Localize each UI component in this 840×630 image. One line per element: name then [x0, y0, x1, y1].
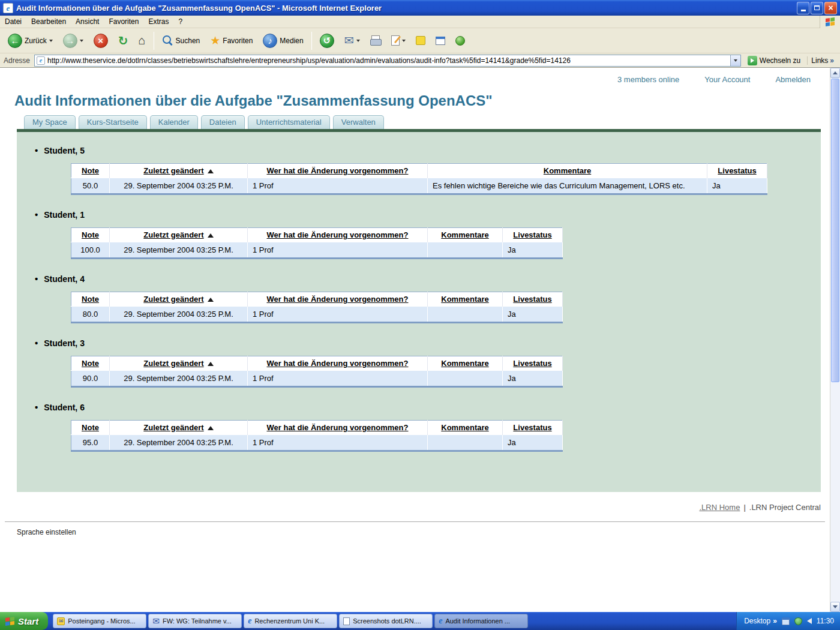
col-header-comment[interactable]: Kommentare	[428, 228, 503, 242]
search-button[interactable]: Suchen	[158, 30, 205, 52]
student-name-row: • Student, 4	[35, 274, 821, 284]
language-settings-link[interactable]: Sprache einstellen	[17, 528, 76, 536]
members-online-link[interactable]: 3 members online	[617, 75, 679, 84]
task-screenshots[interactable]: Screenshots dotLRN....	[339, 614, 433, 628]
col-header-who[interactable]: Wer hat die Änderung vorgenommen?	[248, 228, 428, 242]
col-header-who[interactable]: Wer hat die Änderung vorgenommen?	[248, 292, 428, 307]
address-input[interactable]: e http://www.theservice.de/dotlrn/classe…	[34, 55, 741, 67]
menu-datei[interactable]: Datei	[0, 16, 26, 27]
go-button[interactable]: Wechseln zu	[744, 56, 804, 65]
lrn-project-central-link[interactable]: .LRN Project Central	[749, 503, 821, 512]
menu-favoriten[interactable]: Favoriten	[104, 16, 143, 27]
links-toolbar[interactable]: Links »	[807, 56, 838, 65]
home-button[interactable]: ⌂	[134, 30, 149, 52]
col-header-changed[interactable]: Zuletzt geändert	[110, 356, 248, 371]
col-header-note[interactable]: Note	[71, 421, 110, 435]
sort-asc-icon	[208, 169, 214, 173]
logout-link[interactable]: Abmelden	[775, 75, 811, 84]
minimize-button[interactable]	[797, 2, 809, 14]
forward-icon: →	[63, 34, 77, 48]
mail-button[interactable]: ✉	[340, 30, 364, 52]
col-header-live[interactable]: Livestatus	[503, 421, 563, 435]
tab-dateien[interactable]: Dateien	[201, 115, 245, 129]
research-button[interactable]	[431, 30, 449, 52]
scroll-down-button[interactable]	[830, 602, 840, 612]
security-tray-icon[interactable]	[794, 617, 802, 625]
col-header-changed[interactable]: Zuletzt geändert	[110, 164, 248, 178]
media-icon: ♪	[263, 34, 277, 48]
col-header-live[interactable]: Livestatus	[503, 356, 563, 371]
col-header-note[interactable]: Note	[71, 292, 110, 307]
window-title: Audit Informationen über die Aufgabe "Zu…	[16, 4, 794, 13]
media-button[interactable]: ♪ Medien	[259, 30, 307, 52]
forward-button[interactable]: →	[59, 30, 88, 52]
network-tray-icon[interactable]	[782, 617, 790, 625]
col-header-comment[interactable]: Kommentare	[428, 292, 503, 307]
system-tray: Desktop » 11:30	[736, 612, 840, 630]
vertical-scrollbar[interactable]	[830, 68, 840, 612]
desktop-toolbar[interactable]: Desktop »	[744, 617, 777, 625]
discuss-button[interactable]	[412, 30, 430, 52]
student-name-row: • Student, 5	[35, 145, 821, 155]
volume-tray-icon[interactable]	[807, 618, 812, 624]
menu-ansicht[interactable]: Ansicht	[71, 16, 104, 27]
col-header-comment[interactable]: Kommentare	[428, 356, 503, 371]
search-icon	[162, 35, 173, 46]
scrollbar-thumb[interactable]	[831, 79, 839, 382]
close-button[interactable]: ×	[824, 2, 837, 14]
stop-button[interactable]: ×	[89, 30, 112, 52]
favorites-button[interactable]: ★ Favoriten	[206, 30, 257, 52]
tab-kurs-startseite[interactable]: Kurs-Startseite	[79, 115, 147, 129]
task-audit-informationen[interactable]: e Audit Informationen ...	[434, 614, 528, 628]
audit-table: Note Zuletzt geändert Wer hat die Änderu…	[71, 163, 767, 195]
col-header-live[interactable]: Livestatus	[503, 292, 563, 307]
menu-extras[interactable]: Extras	[143, 16, 173, 27]
research-icon	[436, 37, 445, 45]
col-header-note[interactable]: Note	[71, 164, 110, 178]
task-posteingang[interactable]: ✉ Posteingang - Micros...	[53, 614, 146, 628]
col-header-changed[interactable]: Zuletzt geändert	[110, 228, 248, 242]
tab-verwalten[interactable]: Verwalten	[333, 115, 384, 129]
media-label: Medien	[280, 37, 303, 45]
print-button[interactable]	[366, 30, 385, 52]
address-url: http://www.theservice.de/dotlrn/classes/…	[47, 56, 728, 65]
col-header-comment[interactable]: Kommentare	[428, 164, 707, 178]
your-account-link[interactable]: Your Account	[704, 75, 750, 84]
address-dropdown-button[interactable]	[730, 55, 740, 66]
col-header-comment[interactable]: Kommentare	[428, 421, 503, 435]
messenger-button[interactable]	[451, 30, 469, 52]
col-header-changed[interactable]: Zuletzt geändert	[110, 421, 248, 435]
tab-unterrichtsmaterial[interactable]: Unterrichtsmaterial	[248, 115, 330, 129]
tab-kalender[interactable]: Kalender	[150, 115, 198, 129]
favorites-label: Favoriten	[223, 37, 253, 45]
restore-button[interactable]	[811, 2, 823, 14]
col-header-note[interactable]: Note	[71, 228, 110, 242]
col-header-who[interactable]: Wer hat die Änderung vorgenommen?	[248, 356, 428, 371]
windows-flag-icon	[826, 17, 835, 26]
scroll-up-button[interactable]	[830, 68, 840, 78]
task-rechenzentrum[interactable]: e Rechenzentrum Uni K...	[244, 614, 337, 628]
back-dropdown-icon	[49, 40, 53, 42]
lrn-home-link[interactable]: .LRN Home	[699, 503, 740, 512]
print-icon	[370, 37, 381, 46]
start-button[interactable]: Start	[0, 612, 48, 630]
cell-note: 50.0	[71, 178, 110, 194]
mail-dropdown-icon	[356, 40, 360, 42]
tab-my-space[interactable]: My Space	[24, 115, 76, 129]
history-button[interactable]: ↺	[316, 30, 338, 52]
col-header-who[interactable]: Wer hat die Änderung vorgenommen?	[248, 164, 428, 178]
col-header-live[interactable]: Livestatus	[503, 228, 563, 242]
menu-bearbeiten[interactable]: Bearbeiten	[26, 16, 71, 27]
col-header-changed[interactable]: Zuletzt geändert	[110, 292, 248, 307]
cell-live: Ja	[503, 242, 563, 259]
edit-button[interactable]	[387, 30, 410, 52]
col-header-note[interactable]: Note	[71, 356, 110, 371]
col-header-live[interactable]: Livestatus	[707, 164, 767, 178]
col-header-who[interactable]: Wer hat die Änderung vorgenommen?	[248, 421, 428, 435]
menu-hilfe[interactable]: ?	[173, 16, 187, 27]
refresh-button[interactable]: ↻	[114, 30, 133, 52]
audit-table: Note Zuletzt geändert Wer hat die Änderu…	[71, 227, 563, 259]
back-button[interactable]: ← Zurück	[4, 30, 57, 52]
scrollbar-track[interactable]	[830, 78, 840, 602]
task-fw-teilnahme[interactable]: ✉ FW: WG: Teilnahme v...	[148, 614, 242, 628]
